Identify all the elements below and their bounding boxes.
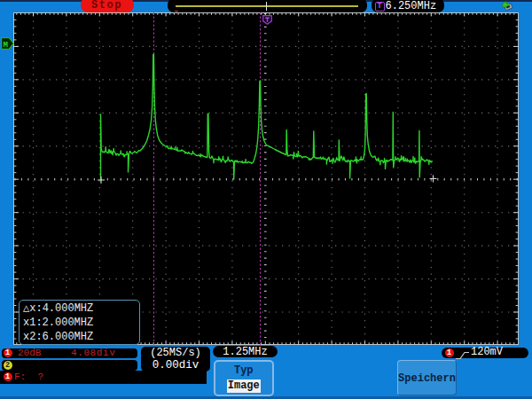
svg-text:M: M — [3, 41, 7, 50]
